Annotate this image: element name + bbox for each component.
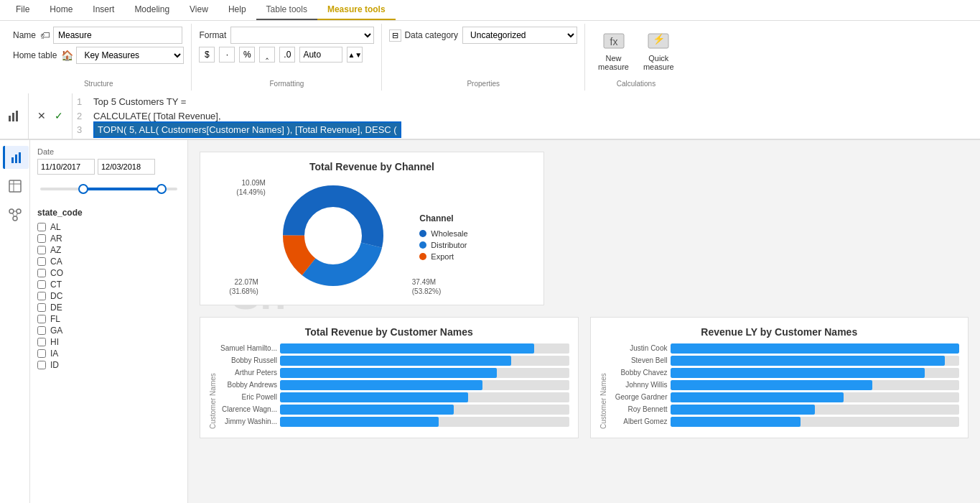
svg-point-23	[308, 211, 358, 261]
svg-text:⚡: ⚡	[653, 33, 666, 45]
state-label-ar: AR	[50, 234, 62, 244]
bar1-bar-track	[280, 405, 569, 415]
bar1-bar-fill	[280, 368, 497, 378]
svg-line-18	[16, 213, 18, 217]
formula-line-3: 3 TOPN( 5, ALL( Customers[Customer Names…	[77, 123, 976, 137]
tab-modeling[interactable]: Modeling	[124, 0, 179, 20]
state-checkbox-ca[interactable]	[37, 257, 46, 266]
tab-home[interactable]: Home	[39, 0, 83, 20]
bar2-container: Customer Names Justin Cook Steven Bell B…	[599, 343, 960, 429]
bar1-bar-fill	[280, 392, 468, 402]
tab-table-tools[interactable]: Table tools	[256, 0, 317, 20]
state-label-ct: CT	[50, 280, 62, 290]
donut-label-bottom-right: 37.49M(53.82%)	[412, 277, 442, 296]
bar1-row: Bobby Andrews	[220, 380, 569, 390]
auto-input[interactable]	[299, 47, 342, 63]
date-range	[37, 159, 180, 175]
date-start-input[interactable]	[37, 159, 95, 175]
percent-button[interactable]: %	[239, 47, 255, 63]
comma-button[interactable]: ‸	[259, 47, 275, 63]
format-select[interactable]	[230, 27, 374, 44]
state-checkbox-ga[interactable]	[37, 326, 46, 335]
state-checkbox-dc[interactable]	[37, 292, 46, 300]
bar-chart-1-card: Total Revenue by Customer Names Customer…	[200, 317, 579, 438]
sidebar-bar-chart[interactable]	[3, 146, 29, 169]
donut-label-bottom-left: 22.07M(31.68%)	[229, 277, 258, 296]
currency-button[interactable]: $	[199, 47, 215, 63]
state-item-ct: CT	[37, 280, 180, 290]
slider-thumb-right[interactable]	[157, 184, 167, 194]
bar2-bar-track	[671, 380, 960, 390]
data-category-select[interactable]: Uncategorized	[462, 27, 577, 44]
auto-spinner[interactable]: ▲▼	[347, 47, 363, 63]
formula-chart-icon	[0, 93, 29, 139]
formula-content[interactable]: 1 Top 5 Customers TY = 2 CALCULATE( [Tot…	[73, 93, 980, 139]
tab-view[interactable]: View	[179, 0, 218, 20]
state-checkbox-hi[interactable]	[37, 338, 46, 346]
donut-label-top-left: 10.09M(14.49%)	[236, 178, 266, 197]
bar2-bars: Justin Cook Steven Bell Bobby Chavez Joh…	[610, 343, 960, 429]
sidebar-model[interactable]	[4, 203, 27, 226]
bar2-bar-track	[671, 368, 960, 378]
bar1-bar-track	[280, 417, 569, 427]
state-checkbox-de[interactable]	[37, 303, 46, 312]
state-checkbox-al[interactable]	[37, 223, 46, 231]
formula-confirm-button[interactable]: ✓	[52, 109, 66, 123]
svg-point-15	[13, 216, 17, 221]
sidebar-table[interactable]	[4, 175, 27, 198]
bar1-bar-label: Clarence Wagn...	[220, 405, 277, 413]
bar2-bar-fill	[671, 392, 844, 402]
state-item-de: DE	[37, 303, 180, 313]
state-checkbox-id[interactable]	[37, 361, 46, 369]
state-checkbox-co[interactable]	[37, 269, 46, 277]
bar2-bar-track	[671, 343, 960, 354]
svg-rect-5	[12, 113, 14, 121]
donut-svg	[276, 178, 391, 293]
bar1-row: Eric Powell	[220, 392, 569, 402]
bar1-bar-track	[280, 380, 569, 390]
bar2-bar-fill	[671, 380, 873, 390]
tab-measure-tools[interactable]: Measure tools	[317, 0, 396, 20]
bar1-row: Clarence Wagn...	[220, 405, 569, 415]
tab-insert[interactable]: Insert	[83, 0, 124, 20]
state-checkbox-ct[interactable]	[37, 280, 46, 289]
format-label: Format	[199, 30, 226, 40]
bar2-title: Revenue LY by Customer Names	[599, 326, 960, 338]
bar1-row: Samuel Hamilto...	[220, 343, 569, 354]
bar1-bar-track	[280, 368, 569, 378]
formula-cancel-button[interactable]: ✕	[34, 109, 49, 123]
bar1-bar-label: Jimmy Washin...	[220, 417, 277, 425]
bar2-y-label: Customer Names	[599, 343, 607, 429]
state-checkbox-ar[interactable]	[37, 234, 46, 243]
new-measure-button[interactable]: fx Newmeasure	[592, 27, 635, 74]
dot-button[interactable]: ·	[219, 47, 235, 63]
state-label-id: ID	[50, 360, 59, 370]
bar1-container: Customer Names Samuel Hamilto... Bobby R…	[209, 343, 569, 429]
bar2-bar-fill	[671, 343, 960, 354]
new-measure-icon: fx	[602, 29, 625, 52]
date-slider[interactable]	[37, 179, 180, 199]
bar1-row: Jimmy Washin...	[220, 417, 569, 427]
tab-help[interactable]: Help	[218, 0, 256, 20]
slider-thumb-left[interactable]	[78, 184, 88, 194]
tab-file[interactable]: File	[6, 0, 39, 20]
name-input[interactable]	[53, 27, 182, 44]
svg-line-17	[12, 213, 14, 217]
quick-measure-button[interactable]: ⚡ Quickmeasure	[638, 27, 680, 74]
svg-rect-9	[19, 152, 21, 163]
donut-wrap: 10.09M(14.49%) 22.07M(31.68%) 37.49M(53.…	[276, 178, 391, 296]
state-checkbox-fl[interactable]	[37, 315, 46, 323]
ribbon-tabs: File Home Insert Modeling View Help Tabl…	[0, 0, 980, 21]
home-table-select[interactable]: Key Measures	[76, 47, 184, 64]
date-end-input[interactable]	[98, 159, 155, 175]
svg-rect-7	[11, 157, 14, 163]
state-code-label: state_code	[37, 208, 180, 218]
state-checkbox-az[interactable]	[37, 246, 46, 254]
decimal-button[interactable]: .0	[279, 47, 295, 63]
state-checkbox-ia[interactable]	[37, 349, 46, 358]
bar2-bar-track	[671, 405, 960, 415]
bar2-bar-fill	[671, 405, 815, 415]
bar1-y-label: Customer Names	[209, 343, 217, 429]
donut-chart-title: Total Revenue by Channel	[209, 161, 535, 172]
data-category-row: ⊟ Data category Uncategorized	[389, 27, 577, 44]
